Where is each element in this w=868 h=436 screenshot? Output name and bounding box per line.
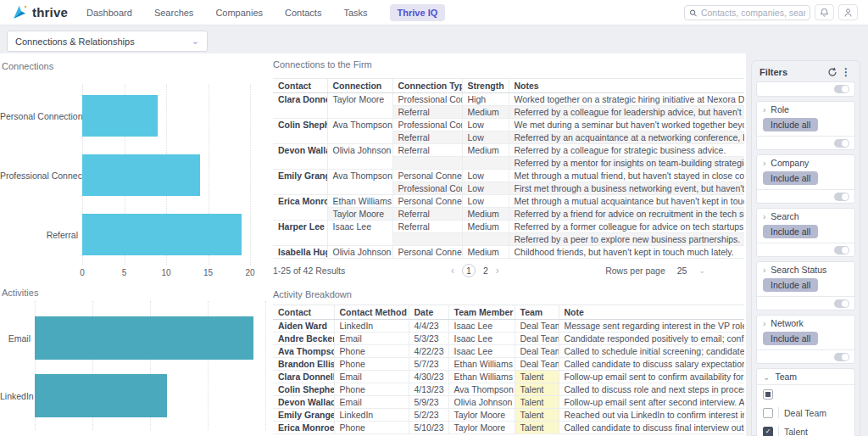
cell-team-member: Ethan Williams xyxy=(448,371,515,383)
table-row: Isabella HughesOlivia JohnsonPersonal Co… xyxy=(273,246,744,259)
filter-section-header-company[interactable]: ›Company xyxy=(757,155,854,169)
chevron-down-icon: ⌄ xyxy=(192,36,199,47)
include-all-chip[interactable]: Include all xyxy=(763,118,818,131)
cell-contact: Erica Monroe xyxy=(273,195,327,221)
cell-strength: Medium xyxy=(462,221,509,233)
include-all-chip[interactable]: Include all xyxy=(763,171,818,185)
toggle-knob xyxy=(842,140,849,147)
header-row: ContactContact MethodDateTeam MemberTeam… xyxy=(273,305,744,320)
team-select-all-row[interactable] xyxy=(763,389,849,400)
filter-toggle[interactable] xyxy=(834,85,849,93)
cell-note: Reached out via LinkedIn to confirm inte… xyxy=(559,409,744,422)
cell-connection: Isaac Lee xyxy=(327,221,392,246)
include-all-chip[interactable]: Include all xyxy=(763,225,818,238)
table-row: Erica MonroePhone5/10/23Taylor MooreTale… xyxy=(273,422,744,434)
pager-page-2[interactable]: 2 xyxy=(483,266,488,276)
brand-text: thrive xyxy=(32,5,68,20)
cell-strength: Low xyxy=(462,182,509,195)
divider xyxy=(778,426,779,436)
pager-prev-icon[interactable]: ‹ xyxy=(451,265,454,277)
include-all-chip[interactable]: Include all xyxy=(763,278,818,292)
cell-connection-type: Referral xyxy=(392,131,462,144)
reset-filters-icon[interactable] xyxy=(826,67,839,77)
filter-toggle-row xyxy=(757,136,854,149)
nav-item-thrive-iq[interactable]: Thrive IQ xyxy=(390,4,446,21)
cell-contact: Andre Becker xyxy=(273,333,334,345)
filters-title: Filters xyxy=(760,67,787,77)
filter-toggle-row xyxy=(757,243,854,256)
cell-team-member: Taylor Moore xyxy=(448,409,515,422)
cell-contact: Colin Shepherd xyxy=(273,119,327,144)
filter-section-label: Search xyxy=(771,211,798,221)
filter-section-label: Search Status xyxy=(771,265,826,275)
table-row: Taylor MooreReferralMediumReferred by a … xyxy=(273,208,744,221)
filter-toggle-row xyxy=(757,296,854,310)
nav-item-dashboard[interactable]: Dashboard xyxy=(86,8,132,18)
notifications-button[interactable] xyxy=(815,4,834,20)
account-button[interactable] xyxy=(838,4,858,20)
unchecked-checkbox[interactable] xyxy=(763,408,773,418)
nav-item-searches[interactable]: Searches xyxy=(154,8,193,18)
filters-panel: Filters ⋮ ›RoleInclude all›CompanyInclud… xyxy=(751,60,860,436)
cell-connection-type: Referral xyxy=(392,221,462,233)
cell-contact-method: Email xyxy=(334,333,409,345)
toggle-knob xyxy=(842,354,849,361)
cell-connection-type: Professional Connection xyxy=(392,119,462,131)
team-option-talent[interactable]: ✓Talent xyxy=(763,426,849,436)
column-header-team-member: Team Member xyxy=(448,305,515,320)
connections-table: ContactConnectionConnection TypeStrength… xyxy=(273,78,744,259)
table-row: Andre BeckerEmail5/3/23Isaac LeeDeal Tea… xyxy=(273,333,744,345)
filter-section-header-search[interactable]: ›Search xyxy=(757,209,854,222)
chevron-down-icon[interactable]: ⌄ xyxy=(698,266,705,275)
filter-section-header-network[interactable]: ›Network xyxy=(757,316,854,329)
cell-notes: Referred by an acquaintance at a network… xyxy=(509,131,744,144)
global-search[interactable] xyxy=(684,5,810,20)
filter-toggle-row xyxy=(757,349,854,363)
pager-page-1[interactable]: 1 xyxy=(462,264,476,277)
thrive-logo[interactable]: thrive xyxy=(11,4,68,21)
checked-checkbox[interactable]: ✓ xyxy=(763,427,773,436)
cell-connection-type: Referral xyxy=(392,106,462,119)
filter-toggle[interactable] xyxy=(834,139,849,148)
team-option-label: Deal Team xyxy=(784,408,826,418)
cell-date: 4/13/23 xyxy=(409,383,448,396)
nav-item-tasks[interactable]: Tasks xyxy=(343,8,367,18)
cell-connection-type: Professional Connection xyxy=(392,182,462,195)
cell-strength: Low xyxy=(462,195,509,208)
cell-notes: Referred by a colleague for strategic bu… xyxy=(509,144,744,157)
filter-toggle[interactable] xyxy=(834,246,849,254)
filter-section-header-team[interactable]: ⌄Team xyxy=(757,369,854,385)
cell-strength: Medium xyxy=(462,106,509,119)
filter-toggle[interactable] xyxy=(834,299,849,308)
indeterminate-checkbox[interactable] xyxy=(763,389,773,400)
filter-section-company: ›CompanyInclude all xyxy=(756,154,855,204)
bar-linkedin xyxy=(35,374,167,417)
nav-item-contacts[interactable]: Contacts xyxy=(285,8,321,18)
nav-item-companies[interactable]: Companies xyxy=(215,8,263,18)
cell-strength: Medium xyxy=(462,144,509,157)
filter-section-partial xyxy=(756,81,855,97)
x-tick: 15 xyxy=(203,268,213,277)
cell-contact: Clara Donnelly xyxy=(273,371,334,383)
cell-contact: Isabella Hughes xyxy=(273,246,327,259)
column-header-contact-method: Contact Method xyxy=(334,305,409,320)
chevron-right-icon: › xyxy=(763,266,765,275)
activities-chart-title: Activities xyxy=(2,288,38,298)
kebab-menu-icon[interactable]: ⋮ xyxy=(839,66,853,78)
cell-connection: Taylor Moore xyxy=(327,93,392,119)
search-input[interactable] xyxy=(701,8,805,18)
filter-toggle[interactable] xyxy=(834,193,849,201)
cell-connection: Ava Thompson xyxy=(327,119,392,144)
pager-next-icon[interactable]: › xyxy=(496,265,499,277)
filter-toggle[interactable] xyxy=(834,353,849,361)
chevron-right-icon: › xyxy=(763,319,765,328)
filter-section-header-role[interactable]: ›Role xyxy=(757,102,854,115)
cell-team: Talent xyxy=(515,396,559,409)
view-selector-dropdown[interactable]: Connections & Relationships ⌄ xyxy=(7,31,208,52)
filter-section-header-search-status[interactable]: ›Search Status xyxy=(757,262,854,276)
include-all-chip[interactable]: Include all xyxy=(763,332,818,345)
rows-per-page-value[interactable]: 25 xyxy=(677,266,687,276)
team-option-deal-team[interactable]: Deal Team xyxy=(763,407,849,418)
toggle-knob xyxy=(842,193,849,200)
main-panel: Connections Personal ConnectionProfessio… xyxy=(0,53,746,436)
